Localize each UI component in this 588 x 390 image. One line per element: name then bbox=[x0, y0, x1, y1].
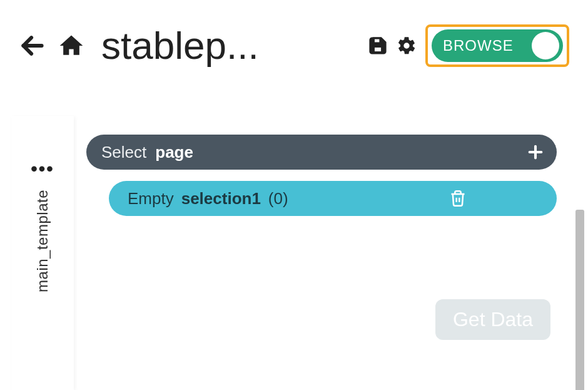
browse-toggle-label: BROWSE bbox=[443, 37, 514, 54]
toggle-knob bbox=[532, 32, 559, 59]
svg-rect-2 bbox=[373, 46, 382, 52]
select-prefix: Select bbox=[101, 143, 146, 162]
select-target: page bbox=[155, 143, 193, 162]
header-actions: BROWSE bbox=[368, 24, 569, 67]
home-icon[interactable] bbox=[58, 32, 85, 59]
get-data-button[interactable]: Get Data bbox=[435, 299, 550, 340]
svg-rect-1 bbox=[373, 38, 380, 43]
more-icon[interactable]: ••• bbox=[31, 160, 54, 178]
sidebar-tab-main-template[interactable]: main_template bbox=[34, 190, 51, 292]
gear-icon[interactable] bbox=[397, 36, 417, 56]
plus-icon[interactable] bbox=[527, 143, 544, 161]
page-title: stablep... bbox=[101, 23, 259, 68]
select-page-row[interactable]: Select page bbox=[86, 135, 557, 170]
content-area: ••• main_template Select page Empty sele… bbox=[0, 85, 588, 390]
back-icon[interactable] bbox=[19, 32, 46, 59]
save-icon[interactable] bbox=[368, 36, 388, 56]
sidebar: ••• main_template bbox=[11, 116, 74, 390]
selection-status: Empty bbox=[128, 189, 174, 208]
trash-icon[interactable] bbox=[449, 189, 542, 208]
main-panel: Select page Empty selection1 (0) bbox=[74, 85, 588, 390]
browse-toggle-highlight: BROWSE bbox=[425, 24, 569, 67]
selection-count: (0) bbox=[268, 189, 288, 208]
scrollbar[interactable] bbox=[575, 210, 584, 390]
browse-toggle[interactable]: BROWSE bbox=[432, 29, 563, 62]
selection-label: Empty selection1 (0) bbox=[128, 189, 288, 208]
header: stablep... BROWSE bbox=[0, 0, 588, 85]
select-page-label: Select page bbox=[101, 143, 193, 162]
selection-row[interactable]: Empty selection1 (0) bbox=[109, 181, 557, 216]
selection-name: selection1 bbox=[181, 189, 261, 208]
